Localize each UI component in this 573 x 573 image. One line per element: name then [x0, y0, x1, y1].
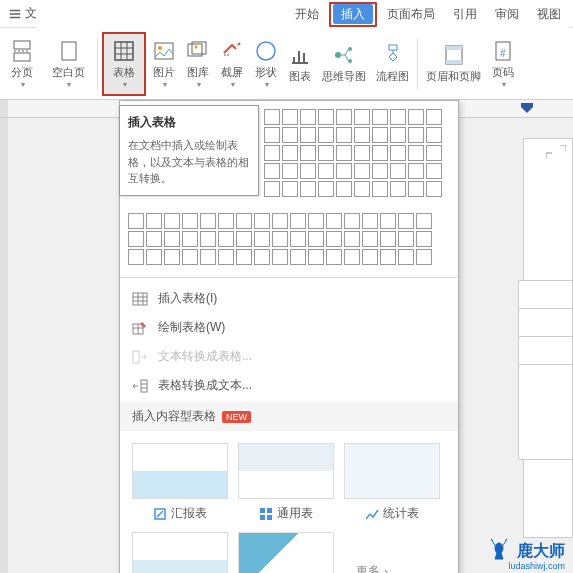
template-general[interactable]: 通用表	[238, 443, 334, 522]
table-menu-list: 插入表格(I) 绘制表格(W) 文本转换成表格... 表格转换成文本...	[120, 282, 458, 402]
ribbon-mindmap[interactable]: 思维导图	[318, 32, 370, 96]
ribbon-toolbar: 分页▾ 空白页▾ 表格▾ 图片▾ 图库▾ 截屏▾ 形状▾ 图表 思维导图 流程图…	[0, 28, 573, 100]
new-badge: NEW	[222, 411, 251, 423]
vertical-ruler	[0, 118, 8, 573]
ribbon-page-number[interactable]: # 页码▾	[487, 32, 519, 96]
menu-bar: 开始 插入 页面布局 引用 审阅 视图	[37, 0, 569, 28]
ribbon-screenshot[interactable]: 截屏▾	[216, 32, 248, 96]
indent-marker-icon[interactable]	[521, 103, 533, 115]
menu-text-to-table: 文本转换成表格...	[120, 342, 458, 371]
template-material[interactable]: 物资表	[132, 532, 228, 573]
ribbon-picture[interactable]: 图片▾	[148, 32, 180, 96]
template-statistics[interactable]: 统计表	[344, 443, 440, 522]
divider	[417, 39, 418, 89]
svg-rect-21	[446, 46, 462, 50]
svg-rect-19	[389, 45, 397, 50]
svg-rect-7	[14, 53, 30, 61]
chart-icon	[365, 507, 379, 521]
pencil-table-icon	[132, 320, 148, 336]
menu-draw-table[interactable]: 绘制表格(W)	[120, 313, 458, 342]
svg-point-16	[335, 52, 341, 58]
template-grid: 汇报表 通用表 统计表 物资表	[120, 431, 458, 573]
ribbon-chart[interactable]: 图表	[284, 32, 316, 96]
svg-rect-8	[62, 42, 76, 60]
tab-layout[interactable]: 页面布局	[379, 3, 443, 26]
svg-rect-30	[267, 508, 272, 513]
convert-icon	[132, 349, 148, 365]
tab-review[interactable]: 审阅	[487, 3, 527, 26]
tooltip-description: 在文档中插入或绘制表格，以及文本与表格的相互转换。	[128, 137, 250, 187]
template-report[interactable]: 汇报表	[132, 443, 228, 522]
menu-insert-table[interactable]: 插入表格(I)	[120, 284, 458, 313]
svg-point-14	[195, 45, 198, 48]
table-grid-bottom[interactable]	[120, 205, 458, 273]
tooltip-title: 插入表格	[128, 114, 250, 131]
page-corner-icon	[546, 145, 566, 159]
content-table-header: 插入内容型表格 NEW	[120, 402, 458, 431]
tab-start[interactable]: 开始	[287, 3, 327, 26]
grid-icon	[259, 507, 273, 521]
edit-icon	[153, 507, 167, 521]
tab-reference[interactable]: 引用	[445, 3, 485, 26]
svg-rect-28	[141, 380, 147, 392]
ribbon-shape[interactable]: 形状▾	[250, 32, 282, 96]
svg-point-15	[257, 42, 275, 60]
ribbon-page-break[interactable]: 分页▾	[2, 32, 42, 96]
ribbon-gallery[interactable]: 图库▾	[182, 32, 214, 96]
convert-back-icon	[132, 378, 148, 394]
ribbon-blank-page[interactable]: 空白页▾	[44, 32, 93, 96]
separator	[120, 277, 458, 278]
svg-rect-9	[115, 42, 133, 60]
template-more[interactable]: 更多 ›	[344, 532, 400, 573]
highlight-insert: 插入	[329, 2, 377, 27]
watermark-url: ludashiwj.com	[508, 561, 565, 571]
tab-view[interactable]: 视图	[529, 3, 569, 26]
svg-point-17	[348, 47, 352, 51]
ribbon-header-footer[interactable]: 页眉和页脚	[422, 32, 485, 96]
template-resume[interactable]: 简历	[238, 532, 334, 573]
chevron-right-icon: ›	[384, 565, 388, 574]
svg-rect-31	[260, 515, 265, 520]
menu-table-to-text[interactable]: 表格转换成文本...	[120, 371, 458, 400]
svg-rect-25	[133, 293, 147, 305]
svg-point-18	[348, 59, 352, 63]
tab-insert[interactable]: 插入	[333, 4, 373, 24]
svg-rect-32	[267, 515, 272, 520]
svg-point-11	[158, 46, 162, 50]
table-icon	[132, 291, 148, 307]
side-panel	[518, 280, 573, 460]
svg-text:#: #	[500, 48, 506, 59]
svg-rect-29	[260, 508, 265, 513]
tooltip: 插入表格 在文档中插入或绘制表格，以及文本与表格的相互转换。	[119, 105, 259, 196]
divider	[97, 39, 98, 89]
svg-rect-6	[14, 41, 30, 49]
ribbon-flowchart[interactable]: 流程图	[372, 32, 413, 96]
svg-rect-22	[446, 60, 462, 64]
svg-rect-27	[133, 351, 139, 363]
ribbon-table[interactable]: 表格▾	[102, 32, 146, 96]
